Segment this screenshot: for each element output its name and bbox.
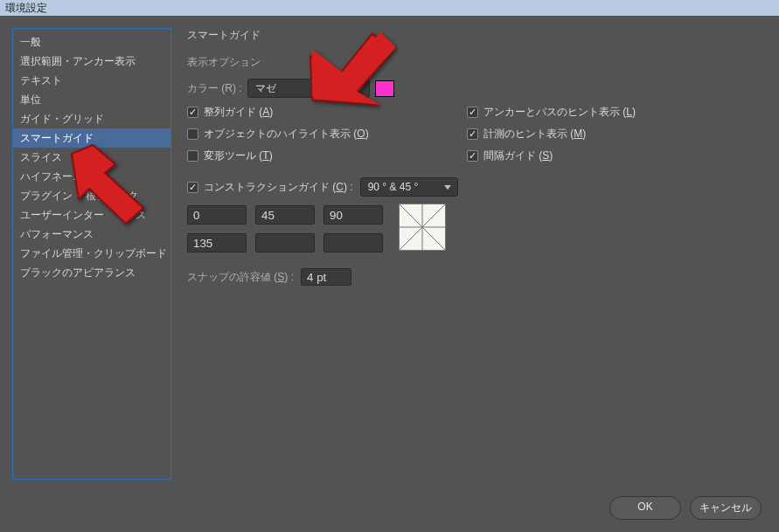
color-row: カラー (R) : マゼ: [187, 79, 763, 98]
angle-input-2[interactable]: [323, 205, 383, 225]
ok-button[interactable]: OK: [609, 496, 681, 520]
check-label: アンカーとパスのヒント表示 (L): [483, 105, 636, 120]
checkbox-icon: [467, 150, 478, 162]
check-label: オブジェクトのハイライト表示 (O): [204, 127, 369, 142]
checkbox-icon: [187, 107, 198, 118]
color-select[interactable]: マゼ: [247, 79, 370, 98]
snap-tolerance-row: スナップの許容値 (S) :: [187, 268, 763, 286]
angle-input-1[interactable]: [255, 205, 315, 225]
checkbox-grid: 整列ガイド (A) アンカーとパスのヒント表示 (L) オブジェクトのハイライト…: [187, 105, 763, 163]
alignment-guides-check[interactable]: 整列ガイド (A): [187, 105, 467, 120]
dialog-content: 一般 選択範囲・アンカー表示 テキスト 単位 ガイド・グリッド スマートガイド …: [0, 16, 779, 492]
sidebar-item-black-appearance[interactable]: ブラックのアピアランス: [13, 263, 170, 282]
construction-guides-check[interactable]: コンストラクションガイド (C) :: [187, 180, 353, 195]
construction-angle-select[interactable]: 90 ° & 45 °: [360, 177, 458, 197]
spacing-guides-check[interactable]: 間隔ガイド (S): [467, 149, 763, 163]
display-options-group: 表示オプション カラー (R) : マゼ 整列ガイド (A) アンカーとパスのヒ…: [187, 55, 763, 252]
sidebar-item-smart-guides[interactable]: スマートガイド: [13, 128, 170, 148]
panel-title: スマートガイド: [187, 28, 763, 43]
check-label: 計測のヒント表示 (M): [483, 127, 586, 142]
angle-input-0[interactable]: [187, 205, 247, 225]
sidebar-item-plugins-scratch[interactable]: プラグイン・ 根ディスク: [13, 186, 170, 205]
main-panel: スマートガイド 表示オプション カラー (R) : マゼ 整列ガイド (A) ア…: [184, 28, 767, 480]
object-highlight-check[interactable]: オブジェクトのハイライト表示 (O): [187, 127, 467, 142]
snap-tolerance-input[interactable]: [301, 268, 351, 286]
angle-section: [187, 205, 763, 252]
window-titlebar: 環境設定: [0, 0, 779, 16]
sidebar-item-hyphenation[interactable]: ハイフネー…: [13, 167, 170, 186]
anchor-path-hint-check[interactable]: アンカーとパスのヒント表示 (L): [467, 105, 763, 120]
angle-preview-icon: [399, 204, 446, 251]
sidebar-item-general[interactable]: 一般: [13, 32, 170, 52]
checkbox-icon: [187, 182, 198, 193]
check-label: 変形ツール (T): [204, 149, 273, 163]
angle-input-3[interactable]: [187, 233, 247, 252]
checkbox-icon: [467, 107, 478, 118]
dialog-footer: OK キャンセル: [609, 496, 762, 520]
cancel-button[interactable]: キャンセル: [690, 496, 762, 520]
category-sidebar: 一般 選択範囲・アンカー表示 テキスト 単位 ガイド・グリッド スマートガイド …: [12, 28, 171, 480]
angle-input-4[interactable]: [255, 233, 315, 252]
sidebar-item-units[interactable]: 単位: [13, 90, 170, 109]
construction-guides-row: コンストラクションガイド (C) : 90 ° & 45 °: [187, 177, 763, 197]
sidebar-item-text[interactable]: テキスト: [13, 71, 170, 90]
sidebar-item-selection-anchor[interactable]: 選択範囲・アンカー表示: [13, 52, 170, 71]
checkbox-icon: [187, 128, 198, 140]
checkbox-icon: [187, 150, 198, 162]
check-label: 間隔ガイド (S): [483, 149, 553, 163]
angle-input-grid: [187, 205, 383, 252]
angle-input-5[interactable]: [323, 233, 383, 252]
measurement-hint-check[interactable]: 計測のヒント表示 (M): [467, 127, 763, 142]
display-options-title: 表示オプション: [187, 55, 763, 70]
transform-tools-check[interactable]: 変形ツール (T): [187, 149, 467, 163]
sidebar-item-slices[interactable]: スライス: [13, 148, 170, 167]
checkbox-icon: [467, 128, 478, 140]
sidebar-item-guides-grid[interactable]: ガイド・グリッド: [13, 109, 170, 128]
sidebar-item-performance[interactable]: パフォーマンス: [13, 225, 170, 244]
sidebar-item-user-interface[interactable]: ユーザーインター イス: [13, 205, 170, 225]
check-label: コンストラクションガイド (C) :: [204, 180, 353, 195]
window-title: 環境設定: [5, 2, 47, 14]
color-swatch[interactable]: [375, 80, 394, 97]
snap-label: スナップの許容値 (S) :: [187, 270, 294, 285]
check-label: 整列ガイド (A): [204, 105, 273, 120]
color-label: カラー (R) :: [187, 81, 242, 96]
sidebar-item-file-handling[interactable]: ファイル管理・クリップボード: [13, 244, 170, 263]
